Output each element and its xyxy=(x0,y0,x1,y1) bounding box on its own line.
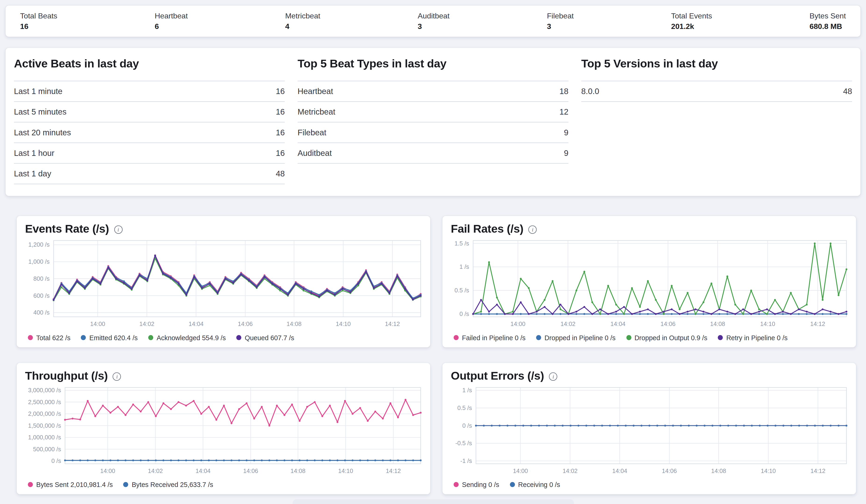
row-label: Heartbeat xyxy=(298,87,333,96)
chart-svg: 1.5 /s1 /s0.5 /s0 /s14:0014:0214:0414:06… xyxy=(450,237,849,333)
svg-text:14:12: 14:12 xyxy=(386,468,401,474)
svg-text:14:00: 14:00 xyxy=(513,468,528,474)
legend-label: Sending 0 /s xyxy=(462,481,499,489)
stat-filebeat: Filebeat 3 xyxy=(547,12,574,37)
chart-svg: 1,200 /s1,000 /s800 /s600 /s400 /s14:001… xyxy=(24,237,423,333)
chart-svg: 3,000,000 /s2,500,000 /s2,000,000 /s1,50… xyxy=(24,384,423,480)
table-row: Heartbeat 18 xyxy=(298,81,568,102)
summary-stats-panel: Total Beats 16 Heartbeat 6 Metricbeat 4 … xyxy=(5,5,861,37)
legend-item[interactable]: Dropped in Pipeline 0 /s xyxy=(536,334,615,342)
row-value: 16 xyxy=(276,149,285,158)
svg-text:2,000,000 /s: 2,000,000 /s xyxy=(28,410,61,417)
chart-panel-fail-rates: Fail Rates (/s) i 1.5 /s1 /s0.5 /s0 /s14… xyxy=(443,216,856,347)
fail-rates-chart[interactable]: 1.5 /s1 /s0.5 /s0 /s14:0014:0214:0414:06… xyxy=(443,237,856,333)
info-icon[interactable]: i xyxy=(113,372,121,380)
svg-text:14:08: 14:08 xyxy=(711,468,726,474)
output-errors-chart[interactable]: 1 /s0.5 /s0 /s-0.5 /s-1 /s14:0014:0214:0… xyxy=(443,384,856,480)
legend-item[interactable]: Bytes Sent 2,010,981.4 /s xyxy=(28,481,113,489)
row-label: Auditbeat xyxy=(298,149,332,158)
chart-legend: Sending 0 /sReceiving 0 /s xyxy=(443,479,856,491)
legend-label: Dropped in Output 0.9 /s xyxy=(634,334,707,342)
row-value: 48 xyxy=(843,87,852,96)
svg-text:14:12: 14:12 xyxy=(810,321,825,327)
table-title: Top 5 Versions in last day xyxy=(581,57,852,70)
table-row: Last 5 minutes 16 xyxy=(14,102,285,123)
svg-text:14:02: 14:02 xyxy=(563,468,577,474)
svg-text:14:06: 14:06 xyxy=(238,321,253,327)
legend-label: Bytes Received 25,633.7 /s xyxy=(132,481,213,489)
chart-panel-throughput: Throughput (/s) i 3,000,000 /s2,500,000 … xyxy=(17,363,430,494)
summary-tables-panel: Active Beats in last day Last 1 minute 1… xyxy=(5,48,861,196)
row-value: 9 xyxy=(564,128,568,137)
legend-label: Receiving 0 /s xyxy=(518,481,560,489)
info-icon[interactable]: i xyxy=(529,225,537,233)
row-label: Last 5 minutes xyxy=(14,107,67,116)
legend-label: Emitted 620.4 /s xyxy=(89,334,138,342)
legend-dot xyxy=(28,482,33,487)
svg-text:1.5 /s: 1.5 /s xyxy=(454,240,469,247)
svg-text:14:00: 14:00 xyxy=(510,321,525,327)
legend-label: Bytes Sent 2,010,981.4 /s xyxy=(36,481,113,489)
svg-text:0 /s: 0 /s xyxy=(52,458,61,464)
table-row: Metricbeat 12 xyxy=(298,102,568,123)
svg-text:600 /s: 600 /s xyxy=(33,293,50,299)
stat-value: 4 xyxy=(285,22,320,31)
svg-text:14:08: 14:08 xyxy=(287,321,302,327)
table-title: Top 5 Beat Types in last day xyxy=(298,57,568,70)
legend-item[interactable]: Dropped in Output 0.9 /s xyxy=(626,334,707,342)
charts-grid: Events Rate (/s) i 1,200 /s1,000 /s800 /… xyxy=(5,216,861,494)
row-value: 9 xyxy=(564,149,568,158)
throughput-chart[interactable]: 3,000,000 /s2,500,000 /s2,000,000 /s1,50… xyxy=(17,384,430,480)
stat-value: 3 xyxy=(547,22,574,31)
stat-total-beats: Total Beats 16 xyxy=(20,12,57,37)
legend-item[interactable]: Receiving 0 /s xyxy=(510,481,560,489)
svg-text:500,000 /s: 500,000 /s xyxy=(33,446,61,453)
legend-label: Acknowledged 554.9 /s xyxy=(157,334,226,342)
svg-text:14:06: 14:06 xyxy=(660,321,675,327)
svg-text:800 /s: 800 /s xyxy=(33,275,50,282)
table-top-versions: Top 5 Versions in last day 8.0.0 48 xyxy=(581,57,852,184)
legend-item[interactable]: Failed in Pipeline 0 /s xyxy=(454,334,526,342)
legend-dot xyxy=(510,482,515,487)
row-value: 16 xyxy=(276,87,285,96)
svg-text:1,200 /s: 1,200 /s xyxy=(28,241,49,248)
info-icon[interactable]: i xyxy=(114,225,122,233)
stat-auditbeat: Auditbeat 3 xyxy=(418,12,449,37)
svg-text:1 /s: 1 /s xyxy=(462,387,472,393)
svg-text:14:02: 14:02 xyxy=(140,321,154,327)
table-row: 8.0.0 48 xyxy=(581,81,852,102)
stat-label: Metricbeat xyxy=(285,12,320,20)
legend-dot xyxy=(148,335,153,340)
events-rate-chart[interactable]: 1,200 /s1,000 /s800 /s600 /s400 /s14:001… xyxy=(17,237,430,333)
next-row-panel-edge xyxy=(292,499,574,504)
legend-item[interactable]: Bytes Received 25,633.7 /s xyxy=(123,481,213,489)
stat-label: Total Events xyxy=(671,12,712,20)
svg-text:14:02: 14:02 xyxy=(148,468,163,474)
table-row: Filebeat 9 xyxy=(298,123,568,143)
legend-dot xyxy=(454,482,458,487)
legend-item[interactable]: Emitted 620.4 /s xyxy=(81,334,138,342)
row-value: 18 xyxy=(559,87,569,96)
info-icon[interactable]: i xyxy=(549,372,557,380)
chart-title: Throughput (/s) xyxy=(25,369,108,382)
svg-text:1,500,000 /s: 1,500,000 /s xyxy=(28,422,61,429)
table-top-beat-types: Top 5 Beat Types in last day Heartbeat 1… xyxy=(298,57,568,184)
chart-panel-events-rate: Events Rate (/s) i 1,200 /s1,000 /s800 /… xyxy=(17,216,430,347)
legend-item[interactable]: Sending 0 /s xyxy=(454,481,499,489)
table-row: Last 1 day 48 xyxy=(14,163,285,184)
svg-text:14:00: 14:00 xyxy=(90,321,105,327)
table-active-beats: Active Beats in last day Last 1 minute 1… xyxy=(14,57,285,184)
legend-item[interactable]: Total 622 /s xyxy=(28,334,70,342)
legend-item[interactable]: Retry in Pipeline 0 /s xyxy=(718,334,788,342)
stat-value: 3 xyxy=(418,22,449,31)
svg-text:14:08: 14:08 xyxy=(290,468,305,474)
stat-label: Total Beats xyxy=(20,12,57,20)
stat-bytes-sent: Bytes Sent 680.8 MB xyxy=(809,12,846,37)
svg-text:14:08: 14:08 xyxy=(710,321,725,327)
table-body: Heartbeat 18 Metricbeat 12 Filebeat 9 Au… xyxy=(298,81,568,163)
row-value: 16 xyxy=(276,128,285,137)
stat-metricbeat: Metricbeat 4 xyxy=(285,12,320,37)
legend-item[interactable]: Queued 607.7 /s xyxy=(236,334,294,342)
legend-item[interactable]: Acknowledged 554.9 /s xyxy=(148,334,226,342)
legend-dot xyxy=(236,335,241,340)
